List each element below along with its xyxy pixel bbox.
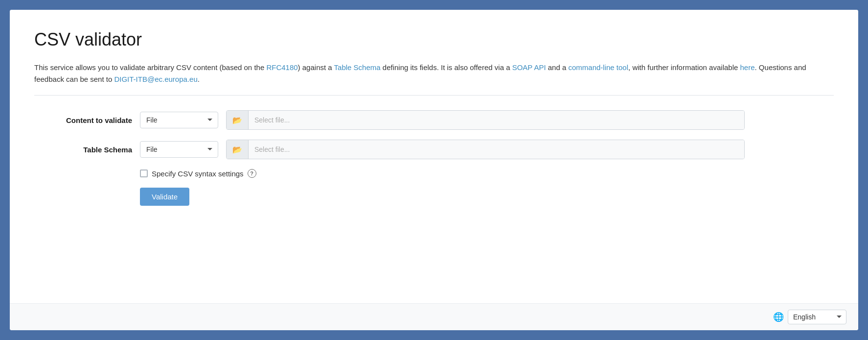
description-part7: . <box>198 75 200 83</box>
content-file-input-wrapper: 📂 <box>226 110 745 130</box>
schema-file-input-wrapper: 📂 <box>226 140 745 159</box>
globe-icon: 🌐 <box>773 312 784 322</box>
content-browse-button[interactable]: 📂 <box>227 111 249 129</box>
description-part5: , with further information available <box>628 63 740 72</box>
email-link[interactable]: DIGIT-ITB@ec.europa.eu <box>114 75 197 83</box>
csv-syntax-label: Specify CSV syntax settings ? <box>152 169 256 178</box>
content-file-text[interactable] <box>249 111 744 129</box>
schema-row: Table Schema File URI Direct input 📂 <box>44 140 834 159</box>
form-section: Content to validate File URI Direct inpu… <box>34 110 834 206</box>
description-part1: This service allows you to validate arbi… <box>34 63 266 72</box>
footer: 🌐 English Français Deutsch Español <box>10 303 858 330</box>
content-label: Content to validate <box>44 116 132 124</box>
csv-syntax-checkbox[interactable] <box>140 170 148 177</box>
table-schema-link[interactable]: Table Schema <box>334 63 381 72</box>
csv-syntax-row: Specify CSV syntax settings ? <box>140 169 834 178</box>
schema-label: Table Schema <box>44 146 132 154</box>
page-title: CSV validator <box>34 29 834 50</box>
description-part3: defining its fields. It is also offered … <box>381 63 512 72</box>
language-dropdown[interactable]: English Français Deutsch Español <box>788 310 846 324</box>
cli-link[interactable]: command-line tool <box>568 63 628 72</box>
description-part2: ) against a <box>298 63 334 72</box>
folder-open-icon-2: 📂 <box>232 145 242 154</box>
help-icon[interactable]: ? <box>248 169 256 178</box>
rfc4180-link[interactable]: RFC4180 <box>266 63 297 72</box>
schema-type-dropdown[interactable]: File URI Direct input <box>140 141 218 158</box>
here-link[interactable]: here <box>740 63 755 72</box>
folder-open-icon: 📂 <box>232 116 242 125</box>
section-divider <box>34 95 834 96</box>
description: This service allows you to validate arbi… <box>34 62 834 85</box>
content-type-dropdown[interactable]: File URI Direct input <box>140 112 218 128</box>
content-row: Content to validate File URI Direct inpu… <box>44 110 834 130</box>
soap-api-link[interactable]: SOAP API <box>512 63 546 72</box>
validate-button[interactable]: Validate <box>140 188 189 206</box>
description-part4: and a <box>546 63 569 72</box>
app-container: CSV validator This service allows you to… <box>10 10 858 330</box>
schema-browse-button[interactable]: 📂 <box>227 140 249 159</box>
main-content: CSV validator This service allows you to… <box>10 10 858 303</box>
schema-file-text[interactable] <box>249 140 744 159</box>
